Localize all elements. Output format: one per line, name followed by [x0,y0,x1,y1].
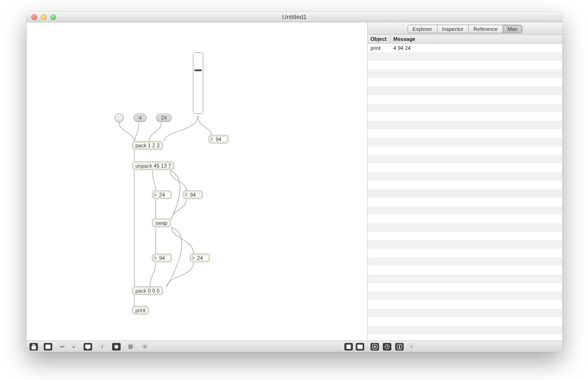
back-icon[interactable] [408,343,416,351]
number-box-unpack-right[interactable]: 94 [183,190,203,199]
console-row-message: 4 94 24 [390,45,562,51]
number-box-unpack-mid[interactable]: 24 [152,190,172,199]
number-box-swap-left[interactable]: 94 [152,254,172,262]
patcher-toolbar: × i [27,341,367,352]
minimize-icon[interactable] [41,14,47,20]
object-print[interactable]: print [132,306,149,314]
svg-rect-1 [60,346,64,347]
svg-rect-19 [358,345,360,349]
vertical-slider[interactable] [193,52,203,114]
svg-rect-4 [87,348,88,349]
console-header: Object Message [368,35,562,44]
svg-rect-11 [130,346,131,347]
tab-reference[interactable]: Reference [468,25,503,33]
zoom-icon[interactable] [50,14,56,20]
close-icon[interactable] [31,14,37,20]
sidebar-toolbar: i [368,341,562,352]
svg-rect-10 [129,346,130,347]
message-box-24[interactable]: 24 [156,114,172,122]
tab-explorer[interactable]: Explorer [408,25,437,33]
number-box-swap-right[interactable]: 24 [190,254,210,262]
svg-rect-12 [132,346,133,347]
svg-rect-18 [347,345,351,349]
tab-inspector[interactable]: Inspector [437,25,469,33]
bang-button[interactable] [114,113,124,123]
object-swap[interactable]: swap [152,218,171,227]
tab-max[interactable]: Max [503,25,523,33]
dsp-icon[interactable] [112,343,121,351]
svg-rect-13 [129,348,130,349]
object-pack-1-2-3[interactable]: pack 1 2 3 [132,141,163,150]
new-object-icon[interactable] [44,343,52,351]
console-head-object: Object [368,35,390,43]
svg-text:×: × [73,345,75,349]
console-row[interactable]: print 4 94 24 [368,44,562,52]
zoom-reset-icon[interactable]: × [69,343,78,351]
history-icon[interactable] [383,343,391,351]
inspect-icon[interactable]: i [395,343,404,351]
svg-rect-8 [130,345,131,346]
svg-rect-7 [129,345,130,346]
sidebar-panel: Explorer Inspector Reference Max Object … [368,22,562,352]
clear-console-icon[interactable] [370,343,379,351]
svg-rect-14 [130,348,131,349]
info-icon[interactable]: i [98,343,106,351]
patcher-panel: 4 24 94 pack 1 2 3 unpack 45 13 7 24 94 … [27,22,368,352]
slider-knob[interactable] [194,69,202,71]
svg-point-6 [115,345,118,348]
window-title: Untitled1 [27,13,562,20]
sidebar-tabbar: Explorer Inspector Reference Max [368,22,562,35]
split-view-icon[interactable] [356,343,364,351]
svg-rect-15 [132,348,133,349]
number-box-slider-out[interactable]: 94 [209,135,228,143]
lock-icon[interactable] [29,343,38,351]
object-pack-0-0-0[interactable]: pack 0 0 0 [132,286,163,295]
window-titlebar[interactable]: Untitled1 [27,12,562,22]
zoom-out-icon[interactable] [58,343,66,351]
presentation-icon[interactable] [84,343,92,351]
schedule-icon[interactable] [141,343,149,351]
console-body[interactable]: print 4 94 24 [368,44,562,341]
svg-text:i: i [102,344,103,349]
message-box-4[interactable]: 4 [133,114,147,122]
svg-point-17 [144,346,146,347]
grid-icon[interactable] [126,343,135,351]
patcher-canvas[interactable]: 4 24 94 pack 1 2 3 unpack 45 13 7 24 94 … [27,22,367,341]
svg-rect-0 [46,345,50,349]
svg-rect-20 [360,345,363,349]
console-row-object: print [368,45,390,51]
svg-rect-9 [132,345,133,346]
console-head-message: Message [390,35,562,43]
app-window: Untitled1 [27,12,562,352]
single-view-icon[interactable] [344,343,353,351]
object-unpack[interactable]: unpack 45 13 7 [132,162,174,170]
svg-rect-3 [85,345,90,348]
